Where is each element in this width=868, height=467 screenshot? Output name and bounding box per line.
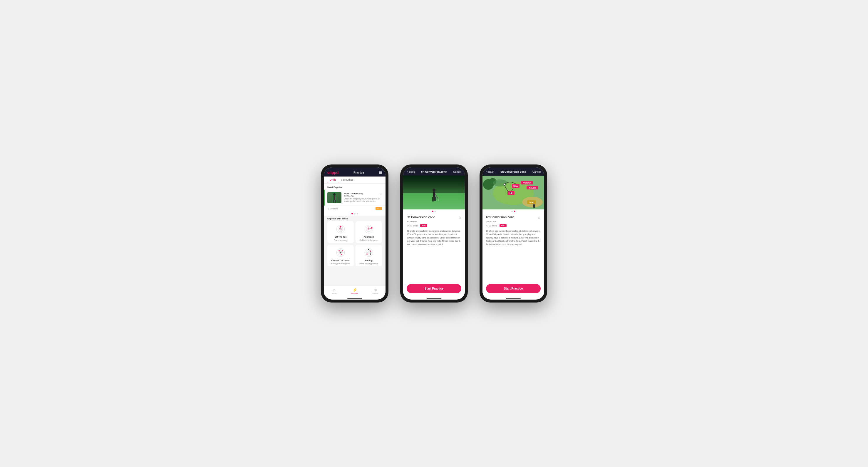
home-indicator — [506, 298, 521, 299]
around-green-icon — [333, 247, 348, 258]
svg-text:SAND: SAND — [529, 201, 534, 203]
arg-badge: ARG — [420, 224, 427, 227]
phone-3: < Back 6ft Conversion Zone Cancel — [479, 165, 547, 302]
around-green-name: Around The Green — [331, 259, 350, 262]
skill-around-green[interactable]: Around The Green Hone your short game — [327, 245, 354, 266]
skill-off-the-tee[interactable]: Off The Tee Power accuracy — [327, 221, 354, 243]
drill-map-description: 20 shots are randomly generated at dista… — [486, 229, 541, 246]
card-drill-desc: Create an imaginary fairway using trees … — [344, 198, 382, 203]
favourite-star-map-icon[interactable]: ☆ — [537, 215, 541, 220]
drill-info: 6ft Conversion Zone ☆ 10-50 yds ⏱ 20 sho… — [403, 213, 465, 282]
capture-icon: ⊕ — [373, 288, 377, 292]
card-drill-sub: Off The Tee — [344, 195, 382, 197]
dot-1[interactable] — [351, 213, 353, 214]
svg-point-48 — [433, 189, 435, 192]
card-text: Find The Fairway Off The Tee Create an i… — [344, 192, 382, 203]
svg-point-72 — [504, 184, 505, 185]
shots-map-label: ⏱ 20 shots — [486, 224, 497, 227]
carousel-dots — [324, 212, 385, 215]
back-button[interactable]: < Back — [407, 170, 415, 173]
svg-text:FAIRWAY: FAIRWAY — [523, 182, 531, 184]
main-content: Most Popular Fi — [324, 184, 385, 286]
drill-map-name: 6ft Conversion Zone — [486, 215, 515, 219]
putting-name: Putting — [365, 259, 373, 262]
nav-activities[interactable]: ⚡ Activities — [344, 288, 365, 294]
card-thumbnail — [327, 192, 341, 203]
svg-point-53 — [438, 199, 438, 201]
image-carousel-dots-map — [483, 209, 544, 213]
drill-map-info: 6ft Conversion Zone ☆ 10-50 yds ⏱ 20 sho… — [483, 213, 544, 282]
favourite-star-icon[interactable]: ☆ — [458, 215, 461, 220]
back-button[interactable]: < Back — [486, 170, 494, 173]
start-practice-button[interactable]: Start Practice — [407, 284, 461, 293]
most-popular-title: Most Popular — [324, 184, 385, 190]
activities-icon: ⚡ — [352, 288, 357, 292]
off-tee-desc: Power accuracy — [334, 239, 347, 241]
start-practice-map-button[interactable]: Start Practice — [486, 284, 541, 293]
map-dot-2[interactable] — [514, 210, 516, 212]
phone-3-screen: < Back 6ft Conversion Zone Cancel — [483, 167, 544, 300]
off-tee-icon — [333, 224, 348, 235]
svg-rect-2 — [334, 196, 335, 200]
svg-rect-49 — [433, 192, 435, 197]
phone-1-screen: clippd Practice ☰ Drills Favourites Most… — [324, 167, 385, 300]
cancel-button[interactable]: Cancel — [532, 170, 541, 173]
svg-text:ROUGH: ROUGH — [529, 187, 536, 189]
home-indicator — [427, 298, 441, 299]
svg-rect-65 — [533, 205, 535, 208]
off-tee-name: Off The Tee — [335, 236, 347, 238]
image-dot-1[interactable] — [432, 210, 433, 212]
hamburger-icon[interactable]: ☰ — [379, 171, 382, 174]
image-carousel-dots — [403, 209, 465, 213]
cancel-button[interactable]: Cancel — [453, 170, 461, 173]
approach-icon — [362, 224, 376, 235]
svg-rect-4 — [335, 200, 336, 203]
home-indicator — [347, 298, 362, 299]
course-map-svg: Hit Miss FAIRWAY ROUGH SAND — [483, 176, 544, 209]
skill-approach[interactable]: Approach Dial-in to hit the green — [355, 221, 382, 243]
app-header: clippd Practice ☰ — [324, 167, 385, 176]
drill-card-find-fairway[interactable]: Find The Fairway Off The Tee Create an i… — [324, 190, 385, 206]
tab-favourites[interactable]: Favourites — [339, 176, 356, 183]
image-dot-2[interactable] — [435, 210, 436, 212]
drill-map-header-title: 6ft Conversion Zone — [500, 170, 526, 173]
clock-icon: ⏱ — [327, 208, 330, 210]
tab-drills[interactable]: Drills — [327, 176, 339, 183]
drill-header-title: 6ft Conversion Zone — [421, 170, 446, 173]
nav-capture-label: Capture — [372, 293, 378, 294]
drill-detail-header: < Back 6ft Conversion Zone Cancel — [403, 167, 465, 176]
drill-map-title-row: 6ft Conversion Zone ☆ — [486, 215, 541, 220]
dot-3[interactable] — [357, 213, 358, 214]
putting-icon — [362, 247, 376, 258]
nav-home[interactable]: ⌂ Home — [324, 288, 344, 294]
map-dot-1[interactable] — [511, 210, 513, 212]
skill-putting[interactable]: Putting Make and lag practice — [355, 245, 382, 266]
card-drill-name: Find The Fairway — [344, 192, 382, 195]
card-footer: ⏱ 10 shots OTT — [324, 206, 385, 212]
approach-desc: Dial-in to hit the green — [360, 239, 378, 241]
golf-course-map: Hit Miss FAIRWAY ROUGH SAND — [483, 176, 544, 209]
shot-count: ⏱ 10 shots — [327, 208, 338, 210]
home-icon: ⌂ — [333, 288, 335, 292]
drill-map-range: 10-50 yds — [486, 220, 541, 223]
approach-name: Approach — [364, 236, 374, 238]
phone-2-screen: < Back 6ft Conversion Zone Cancel — [403, 167, 465, 300]
shots-label: ⏱ 20 shots — [407, 224, 418, 227]
explore-title: Explore skill areas — [324, 215, 385, 221]
golfer-thumbnail-icon — [330, 192, 339, 203]
svg-line-52 — [435, 194, 438, 199]
nav-activities-label: Activities — [351, 293, 358, 294]
svg-text:Miss: Miss — [513, 185, 518, 187]
nav-capture[interactable]: ⊕ Capture — [365, 288, 385, 294]
clock-map-icon: ⏱ — [486, 224, 488, 227]
dot-2[interactable] — [354, 213, 355, 214]
golfer-svg — [430, 188, 438, 204]
favourite-star-icon[interactable]: ☆ — [379, 192, 382, 195]
nav-home-label: Home — [332, 293, 336, 294]
svg-point-1 — [333, 193, 336, 196]
drill-map-header: < Back 6ft Conversion Zone Cancel — [483, 167, 544, 176]
phone-1: clippd Practice ☰ Drills Favourites Most… — [321, 165, 389, 302]
svg-rect-50 — [432, 197, 434, 201]
start-button-container: Start Practice — [403, 282, 465, 297]
bottom-navigation: ⌂ Home ⚡ Activities ⊕ Capture — [324, 286, 385, 297]
